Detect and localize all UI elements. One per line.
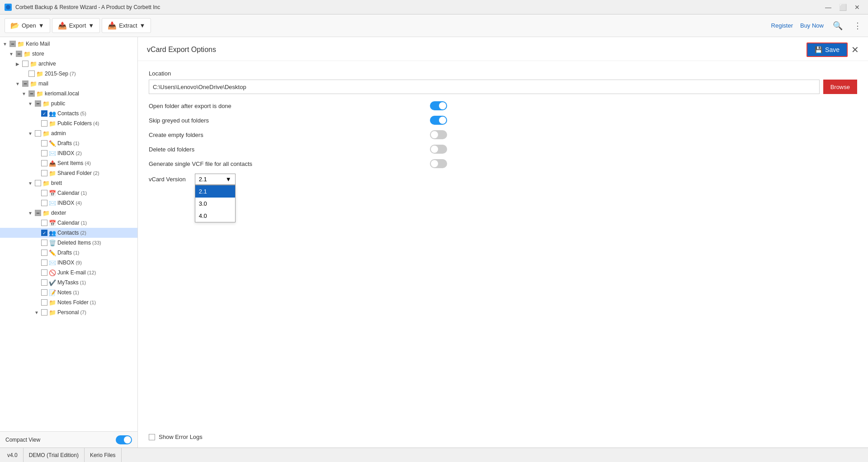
- tree-expander-archive[interactable]: ▶: [14, 61, 21, 67]
- tree-item-deleted-dexter[interactable]: 🗑️Deleted Items (33): [0, 238, 137, 248]
- save-button[interactable]: 💾 Save: [807, 42, 848, 57]
- browse-button[interactable]: Browse: [823, 80, 857, 94]
- tree-checkbox-personal-dexter[interactable]: [41, 309, 47, 316]
- tree-checkbox-drafts-admin[interactable]: [41, 140, 47, 146]
- tree-expander-personal-dexter[interactable]: ▼: [33, 309, 40, 316]
- more-options-button[interactable]: ⋮: [852, 19, 863, 33]
- tree-expander-contacts-public[interactable]: [33, 110, 40, 117]
- tree-expander-mail[interactable]: ▼: [14, 80, 21, 87]
- tree-expander-drafts-admin[interactable]: [33, 140, 40, 146]
- version-option-21[interactable]: 2.1: [195, 185, 235, 198]
- tree-item-inbox-brett[interactable]: ✉️INBOX (4): [0, 198, 137, 208]
- version-option-40[interactable]: 4.0: [195, 210, 235, 222]
- tree-expander-kerio-mail[interactable]: ▼: [2, 41, 8, 47]
- extract-button[interactable]: 📥 Extract ▼: [102, 18, 151, 33]
- compact-view-toggle[interactable]: [116, 435, 132, 444]
- tree-expander-store[interactable]: ▼: [8, 51, 14, 57]
- tree-checkbox-public[interactable]: −: [35, 100, 41, 107]
- tree-checkbox-archive[interactable]: [22, 61, 28, 67]
- tree-checkbox-shared-admin[interactable]: [41, 170, 47, 176]
- tree-checkbox-contacts-dexter[interactable]: ✓: [41, 230, 47, 236]
- open-button[interactable]: 📂 Open ▼: [5, 18, 50, 33]
- tree-checkbox-deleted-dexter[interactable]: [41, 240, 47, 246]
- tree-expander-notesfolder-dexter[interactable]: [33, 299, 40, 306]
- tree-checkbox-brett[interactable]: [35, 180, 41, 186]
- tree-item-calendar-dexter[interactable]: 📅Calendar (1): [0, 218, 137, 228]
- tree-checkbox-inbox-admin[interactable]: [41, 150, 47, 156]
- tree-checkbox-sent-admin[interactable]: [41, 160, 47, 166]
- sidebar[interactable]: ▼−📁Kerio Mail▼−📁store▶📁archive📁2015-Sep …: [0, 37, 138, 448]
- tree-checkbox-calendar-brett[interactable]: [41, 190, 47, 196]
- tree-item-public[interactable]: ▼−📁public: [0, 99, 137, 108]
- buy-now-link[interactable]: Buy Now: [800, 22, 824, 29]
- tree-checkbox-mytasks-dexter[interactable]: [41, 279, 47, 286]
- tree-expander-admin[interactable]: ▼: [27, 130, 33, 137]
- show-error-logs-checkbox[interactable]: [149, 434, 155, 440]
- version-option-30[interactable]: 3.0: [195, 198, 235, 210]
- tree-expander-calendar-brett[interactable]: [33, 190, 40, 196]
- tree-checkbox-contacts-public[interactable]: ✓: [41, 110, 47, 117]
- tree-item-store[interactable]: ▼−📁store: [0, 49, 137, 59]
- tree-expander-sent-admin[interactable]: [33, 160, 40, 166]
- tree-item-public-folders[interactable]: 📁Public Folders (4): [0, 118, 137, 128]
- tree-checkbox-notesfolder-dexter[interactable]: [41, 299, 47, 306]
- tree-checkbox-kerio-mail[interactable]: −: [9, 41, 16, 47]
- tree-item-notes-dexter[interactable]: 📝Notes (1): [0, 288, 137, 297]
- tree-expander-notes-dexter[interactable]: [33, 289, 40, 296]
- close-button[interactable]: ✕: [851, 1, 863, 14]
- tree-item-notesfolder-dexter[interactable]: 📁Notes Folder (1): [0, 297, 137, 307]
- tree-expander-brett[interactable]: ▼: [27, 180, 33, 186]
- tree-expander-mytasks-dexter[interactable]: [33, 279, 40, 286]
- toggle-switch-generate-single[interactable]: [430, 159, 447, 168]
- tree-expander-junk-dexter[interactable]: [33, 269, 40, 276]
- tree-item-mail[interactable]: ▼−📁mail: [0, 79, 137, 89]
- tree-item-mytasks-dexter[interactable]: ✔️MyTasks (1): [0, 278, 137, 288]
- tree-checkbox-2015-sep[interactable]: [28, 71, 35, 77]
- toggle-switch-create-empty[interactable]: [430, 130, 447, 139]
- tree-expander-2015-sep[interactable]: [21, 71, 27, 77]
- tree-checkbox-admin[interactable]: [35, 130, 41, 137]
- tree-checkbox-inbox-dexter[interactable]: [41, 259, 47, 266]
- tree-item-contacts-dexter[interactable]: ✓👥Contacts (2): [0, 228, 137, 238]
- tree-expander-drafts-dexter[interactable]: [33, 250, 40, 256]
- tree-item-junk-dexter[interactable]: 🚫Junk E-mail (12): [0, 268, 137, 278]
- toggle-switch-open-folder[interactable]: [430, 101, 447, 110]
- tree-checkbox-drafts-dexter[interactable]: [41, 250, 47, 256]
- tree-expander-keriomail-local[interactable]: ▼: [21, 90, 27, 97]
- tree-item-brett[interactable]: ▼📁brett: [0, 178, 137, 188]
- tree-expander-public[interactable]: ▼: [27, 100, 33, 107]
- tree-item-drafts-admin[interactable]: ✏️Drafts (1): [0, 138, 137, 148]
- tree-item-inbox-admin[interactable]: ✉️INBOX (2): [0, 148, 137, 158]
- tree-checkbox-dexter[interactable]: −: [35, 210, 41, 216]
- export-button[interactable]: 📤 Export ▼: [52, 18, 100, 33]
- tree-item-calendar-brett[interactable]: 📅Calendar (1): [0, 188, 137, 198]
- tree-item-admin[interactable]: ▼📁admin: [0, 128, 137, 138]
- tree-checkbox-store[interactable]: −: [16, 51, 22, 57]
- minimize-button[interactable]: —: [822, 1, 835, 14]
- tree-item-inbox-dexter[interactable]: ✉️INBOX (9): [0, 258, 137, 268]
- tree-item-2015-sep[interactable]: 📁2015-Sep (7): [0, 69, 137, 79]
- close-panel-button[interactable]: ✕: [851, 44, 859, 55]
- tree-expander-dexter[interactable]: ▼: [27, 210, 33, 216]
- location-input[interactable]: [149, 80, 820, 94]
- toggle-switch-delete-old[interactable]: [430, 145, 447, 154]
- tree-expander-inbox-brett[interactable]: [33, 200, 40, 206]
- tree-item-drafts-dexter[interactable]: ✏️Drafts (1): [0, 248, 137, 258]
- tree-item-shared-admin[interactable]: 📁Shared Folder (2): [0, 168, 137, 178]
- tree-item-keriomail-local[interactable]: ▼−📁keriomail.local: [0, 89, 137, 99]
- toggle-switch-skip-greyed[interactable]: [430, 116, 447, 125]
- tree-expander-inbox-admin[interactable]: [33, 150, 40, 156]
- tree-expander-public-folders[interactable]: [33, 120, 40, 127]
- version-select-button[interactable]: 2.1 ▼: [195, 174, 236, 185]
- tree-item-kerio-mail[interactable]: ▼−📁Kerio Mail: [0, 39, 137, 49]
- restore-button[interactable]: ⬜: [836, 1, 849, 14]
- tree-expander-inbox-dexter[interactable]: [33, 259, 40, 266]
- tree-expander-calendar-dexter[interactable]: [33, 220, 40, 226]
- tree-expander-deleted-dexter[interactable]: [33, 240, 40, 246]
- tree-item-contacts-public[interactable]: ✓👥Contacts (5): [0, 108, 137, 118]
- tree-item-personal-dexter[interactable]: ▼📁Personal (7): [0, 307, 137, 317]
- tree-item-dexter[interactable]: ▼−📁dexter: [0, 208, 137, 218]
- tree-checkbox-public-folders[interactable]: [41, 120, 47, 127]
- register-link[interactable]: Register: [771, 22, 793, 29]
- tree-checkbox-inbox-brett[interactable]: [41, 200, 47, 206]
